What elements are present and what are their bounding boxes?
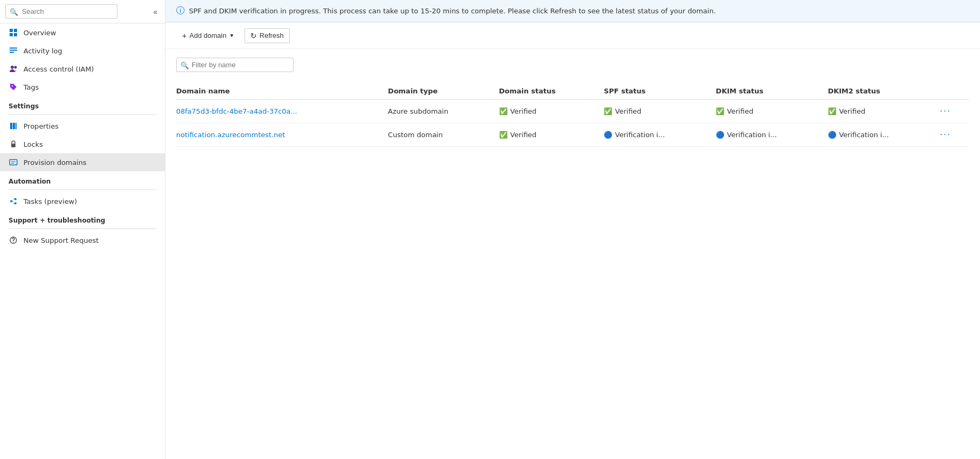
svg-rect-5 [10, 50, 17, 51]
verified-icon: ✅ [499, 107, 508, 115]
col-dkim-status: DKIM status [716, 83, 828, 100]
svg-point-19 [13, 242, 14, 243]
col-dkim2-status: DKIM2 status [828, 83, 940, 100]
status-cell: ✅Verified [716, 100, 828, 123]
svg-point-9 [12, 85, 13, 86]
status-badge: Verification i... [839, 131, 889, 139]
sidebar-item-new-support[interactable]: New Support Request [0, 231, 165, 249]
domain-table: Domain name Domain type Domain status SP… [176, 83, 969, 147]
toolbar: + Add domain ▼ ↻ Refresh [165, 22, 980, 49]
svg-rect-11 [13, 123, 15, 129]
settings-divider [9, 114, 156, 115]
svg-point-17 [14, 202, 17, 204]
locks-icon [9, 139, 18, 149]
status-cell: 🔵Verification i... [716, 123, 828, 147]
verified-icon: ✅ [828, 107, 836, 115]
col-spf-status: SPF status [604, 83, 716, 100]
info-banner-text: SPF and DKIM verification in progress. T… [189, 7, 716, 15]
table-body: 08fa75d3-bfdc-4be7-a4ad-37c0a...Azure su… [176, 100, 969, 147]
tasks-icon [9, 196, 18, 206]
domain-type-cell: Custom domain [388, 123, 499, 147]
add-icon: + [182, 31, 187, 40]
svg-rect-12 [15, 123, 17, 129]
search-input[interactable] [5, 4, 117, 19]
status-cell: 🔵Verification i... [604, 123, 716, 147]
svg-point-15 [10, 200, 12, 202]
activity-icon [9, 46, 18, 56]
sidebar-label-activity-log: Activity log [23, 47, 62, 55]
svg-rect-4 [10, 48, 17, 49]
domain-type-cell: Azure subdomain [388, 100, 499, 123]
col-actions [940, 83, 969, 100]
svg-rect-1 [14, 29, 17, 32]
status-badge: Verified [510, 107, 536, 115]
status-badge: Verified [615, 107, 641, 115]
add-domain-chevron-icon: ▼ [229, 33, 234, 38]
svg-point-16 [14, 198, 17, 200]
sidebar-item-properties[interactable]: Properties [0, 117, 165, 135]
status-cell: ✅Verified [828, 100, 940, 123]
properties-icon [9, 121, 18, 131]
support-divider [9, 228, 156, 229]
filter-bar: 🔍 [176, 58, 969, 72]
automation-divider [9, 189, 156, 190]
settings-section-header: Settings [0, 96, 165, 112]
refresh-button[interactable]: ↻ Refresh [244, 28, 290, 43]
sidebar-item-access-control[interactable]: Access control (IAM) [0, 60, 165, 78]
svg-point-8 [14, 66, 17, 69]
pending-icon: 🔵 [716, 131, 724, 139]
sidebar-label-locks: Locks [23, 140, 43, 148]
add-domain-button[interactable]: + Add domain ▼ [176, 28, 240, 43]
status-badge: Verified [839, 107, 865, 115]
overview-icon [9, 28, 18, 37]
table-row: notification.azurecommtest.netCustom dom… [176, 123, 969, 147]
filter-input[interactable] [176, 58, 294, 72]
provision-icon [9, 157, 18, 167]
domain-name-link[interactable]: notification.azurecommtest.net [176, 131, 285, 139]
content-area: 🔍 Domain name Domain type Domain status … [165, 49, 980, 459]
pending-icon: 🔵 [828, 131, 836, 139]
status-cell: ✅Verified [499, 100, 604, 123]
refresh-label: Refresh [259, 31, 284, 39]
row-actions-cell[interactable]: ··· [940, 123, 969, 147]
sidebar-item-activity-log[interactable]: Activity log [0, 42, 165, 60]
sidebar: 🔍 « Overview Activity log Access control… [0, 0, 165, 459]
svg-rect-0 [10, 29, 13, 32]
svg-point-7 [11, 66, 14, 69]
status-badge: Verification i... [615, 131, 665, 139]
support-section-header: Support + troubleshooting [0, 210, 165, 226]
add-domain-label: Add domain [189, 31, 226, 39]
sidebar-label-tags: Tags [23, 83, 39, 91]
sidebar-label-tasks-preview: Tasks (preview) [23, 197, 77, 205]
verified-icon: ✅ [604, 107, 612, 115]
col-domain-status: Domain status [499, 83, 604, 100]
status-cell: ✅Verified [499, 123, 604, 147]
main-content: ⓘ SPF and DKIM verification in progress.… [165, 0, 980, 459]
collapse-sidebar-button[interactable]: « [151, 5, 160, 18]
automation-section-header: Automation [0, 171, 165, 187]
status-cell: ✅Verified [604, 100, 716, 123]
sidebar-label-provision-domains: Provision domains [23, 159, 86, 167]
access-icon [9, 64, 18, 74]
tags-icon [9, 82, 18, 92]
svg-rect-2 [10, 33, 13, 36]
status-badge: Verification i... [727, 131, 777, 139]
sidebar-item-tasks-preview[interactable]: Tasks (preview) [0, 192, 165, 210]
svg-rect-3 [14, 33, 17, 36]
sidebar-label-access-control: Access control (IAM) [23, 65, 94, 73]
sidebar-item-overview[interactable]: Overview [0, 23, 165, 42]
row-actions-cell[interactable]: ··· [940, 100, 969, 123]
info-icon: ⓘ [176, 5, 185, 17]
svg-rect-6 [10, 52, 14, 53]
sidebar-item-provision-domains[interactable]: Provision domains [0, 153, 165, 171]
svg-rect-13 [11, 144, 15, 147]
domain-name-link[interactable]: 08fa75d3-bfdc-4be7-a4ad-37c0a... [176, 107, 297, 115]
col-domain-type: Domain type [388, 83, 499, 100]
sidebar-search-area: 🔍 « [0, 0, 165, 23]
sidebar-item-tags[interactable]: Tags [0, 78, 165, 96]
sidebar-label-properties: Properties [23, 122, 59, 130]
row-more-actions-button[interactable]: ··· [940, 106, 951, 116]
sidebar-item-locks[interactable]: Locks [0, 135, 165, 153]
status-badge: Verified [510, 131, 536, 139]
row-more-actions-button[interactable]: ··· [940, 130, 951, 140]
